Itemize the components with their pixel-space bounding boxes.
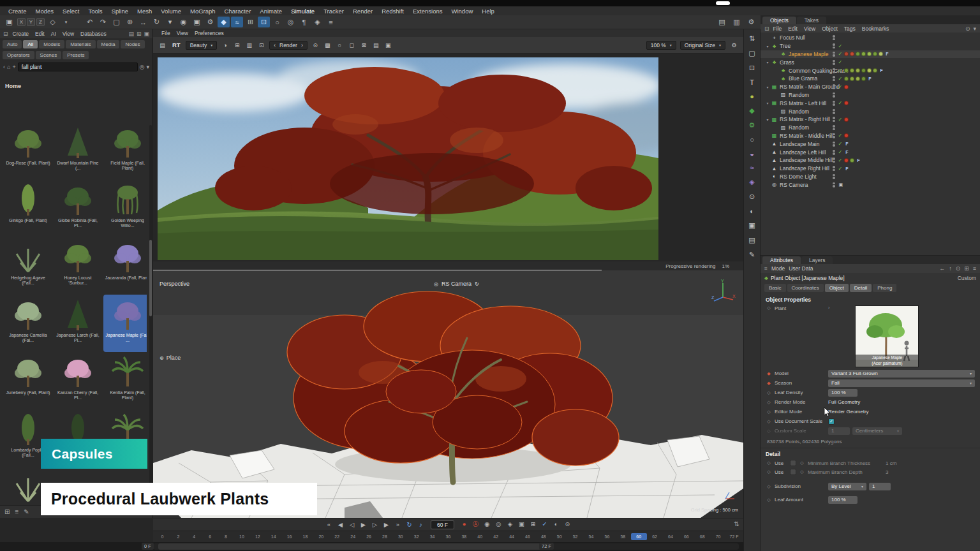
- redshift-object-icon[interactable]: ◆: [749, 107, 754, 115]
- tab-takes[interactable]: Takes: [797, 17, 826, 24]
- asset-menu-create[interactable]: Create: [10, 31, 33, 37]
- expand-arrow-icon[interactable]: ›: [828, 305, 829, 310]
- material-swatch[interactable]: [856, 52, 860, 56]
- region-icon[interactable]: ⊡: [749, 64, 755, 72]
- enabled-check-icon[interactable]: ✓: [838, 43, 843, 49]
- interface-icon[interactable]: ▥: [731, 17, 743, 27]
- visibility-dots-icon[interactable]: [833, 43, 835, 48]
- enabled-check-icon[interactable]: ✓: [838, 100, 843, 106]
- section-tab-basic[interactable]: Basic: [764, 284, 786, 292]
- visibility-dots-icon[interactable]: [833, 182, 835, 187]
- filter-tab-nodes[interactable]: Nodes: [121, 40, 144, 48]
- frame-tick-34[interactable]: 34: [424, 533, 440, 540]
- asset-item-dwarf-mountain-pine[interactable]: Dwarf Mountain Pine (...: [54, 122, 102, 180]
- enabled-check-icon[interactable]: ✓: [838, 59, 843, 65]
- tag-f-icon[interactable]: F: [845, 150, 848, 154]
- frame-tick-40[interactable]: 40: [472, 533, 488, 540]
- search-input[interactable]: fall plant: [18, 62, 138, 71]
- keyframe-icon[interactable]: ◇: [766, 390, 772, 395]
- object-rs-matrix-middle-hill[interactable]: ▦RS Matrix - Middle Hill✓: [761, 132, 980, 140]
- text-tool-icon[interactable]: T: [750, 78, 754, 86]
- dock-icon[interactable]: ▤: [128, 31, 134, 37]
- keyframe-icon[interactable]: ◇: [766, 409, 772, 415]
- mode-menu[interactable]: Mode: [771, 265, 785, 272]
- pass-dropdown[interactable]: Beauty▾: [186, 41, 217, 50]
- material-swatch[interactable]: [844, 101, 849, 105]
- filter-tab-models[interactable]: Models: [39, 40, 64, 48]
- timeline-ruler[interactable]: 0246810121416182022242628303234363840424…: [153, 531, 743, 542]
- menu-item-create[interactable]: Create: [4, 8, 31, 15]
- leaf-amount-field[interactable]: 100 %: [828, 496, 858, 504]
- object-focus-null[interactable]: +Focus Null: [761, 34, 980, 42]
- tag-f-icon[interactable]: F: [886, 52, 888, 56]
- user-data-menu[interactable]: User Data: [789, 265, 813, 272]
- asset-item-jacaranda-fall-plant[interactable]: Jacaranda (Fall, Plant): [103, 237, 147, 295]
- object-menu-bookmarks[interactable]: Bookmarks: [859, 26, 893, 32]
- grid-icon[interactable]: ⊞: [232, 42, 242, 48]
- expand-caret-icon[interactable]: ▾: [764, 101, 771, 105]
- axis-lock-x[interactable]: X: [17, 18, 26, 26]
- range-end-field[interactable]: 72 F: [539, 543, 554, 550]
- object-rs-camera[interactable]: ◎RS Camera▣: [761, 180, 980, 189]
- filter-icon[interactable]: ◎: [140, 64, 145, 70]
- frame-tick-24[interactable]: 24: [345, 533, 361, 540]
- expand-caret-icon[interactable]: ▾: [764, 85, 771, 89]
- zoom-dropdown[interactable]: 100 %▾: [646, 41, 676, 50]
- object-landscape-main[interactable]: ▲Landscape Main✓F: [761, 140, 980, 148]
- color-picker-icon[interactable]: ◑: [220, 42, 230, 48]
- render-stepper[interactable]: ‹Render›: [269, 41, 308, 50]
- frame-tick-20[interactable]: 20: [313, 533, 329, 540]
- expand-caret-icon[interactable]: ▾: [764, 60, 771, 64]
- pen-icon[interactable]: ✎: [749, 251, 755, 259]
- play-button[interactable]: ▶: [359, 521, 368, 528]
- enabled-check-icon[interactable]: ✓: [838, 158, 843, 163]
- visibility-dots-icon[interactable]: [833, 133, 835, 138]
- sound-button[interactable]: ♪: [416, 521, 426, 528]
- material-swatch[interactable]: [867, 68, 872, 73]
- parent-object-icon[interactable]: ↑: [949, 265, 952, 272]
- frame-tick-6[interactable]: 6: [202, 533, 218, 540]
- custom-preset-dropdown[interactable]: Custom: [958, 275, 976, 281]
- material-swatch[interactable]: [879, 52, 883, 56]
- tag-f-icon[interactable]: F: [845, 166, 848, 171]
- frame-tick-30[interactable]: 30: [392, 533, 408, 540]
- mograph-icon[interactable]: ◈: [749, 178, 754, 186]
- expand-caret-icon[interactable]: ▾: [764, 117, 771, 122]
- menu-item-mesh[interactable]: Mesh: [133, 8, 156, 15]
- category-tab-operators[interactable]: Operators: [3, 51, 34, 59]
- asset-item-ginkgo-fall-plant[interactable]: Ginkgo (Fall, Plant): [4, 180, 52, 237]
- loop-button[interactable]: ↻: [405, 521, 414, 528]
- keyframe-icon[interactable]: ◆: [766, 381, 772, 386]
- visibility-dots-icon[interactable]: [833, 109, 835, 114]
- record-button[interactable]: ●: [459, 520, 469, 529]
- subdivision-value-field[interactable]: 1: [869, 483, 891, 490]
- solo-button[interactable]: ⊙: [563, 520, 572, 529]
- ab-compare-icon[interactable]: ▥: [244, 42, 254, 48]
- object-japanese-maple[interactable]: ♣Japanese Maple✓F: [761, 50, 980, 59]
- enabled-check-icon[interactable]: ✓: [838, 149, 843, 155]
- material-swatch[interactable]: [873, 52, 877, 56]
- enabled-check-icon[interactable]: ✓: [838, 76, 843, 82]
- tab-layers[interactable]: Layers: [801, 256, 833, 264]
- compare-icon[interactable]: ⊠: [359, 42, 369, 48]
- menu-icon[interactable]: ≡: [973, 265, 976, 272]
- menu-icon[interactable]: ≡: [764, 265, 768, 272]
- material-swatch[interactable]: [844, 77, 849, 81]
- object-rs-matrix-left-hill[interactable]: ▾▦RS Matrix - Left Hill✓: [761, 99, 980, 107]
- frame-tick-66[interactable]: 66: [678, 533, 694, 540]
- tag-f-icon[interactable]: F: [845, 142, 848, 146]
- layout-icon[interactable]: ⊞: [137, 31, 142, 37]
- attr-dropdown-season[interactable]: Fall▾: [828, 379, 975, 387]
- spline-icon[interactable]: ≈: [750, 164, 754, 172]
- circle-snapshot-icon[interactable]: ○: [335, 42, 345, 48]
- frame-tick-60[interactable]: 60: [631, 533, 647, 540]
- keyframe-icon[interactable]: ◇: [766, 429, 772, 434]
- rt-toggle[interactable]: RT: [170, 41, 182, 48]
- asset-menu-edit[interactable]: Edit: [32, 31, 48, 37]
- filter-tab-materials[interactable]: Materials: [66, 40, 95, 48]
- asset-item-japanese-maple-fall[interactable]: Japanese Maple (Fall, ...: [103, 295, 147, 352]
- menu-item-mograph[interactable]: MoGraph: [186, 8, 220, 15]
- chevron-right-icon[interactable]: ›: [301, 42, 303, 48]
- menu-item-help[interactable]: Help: [477, 8, 499, 15]
- enabled-check-icon[interactable]: ✓: [838, 133, 843, 138]
